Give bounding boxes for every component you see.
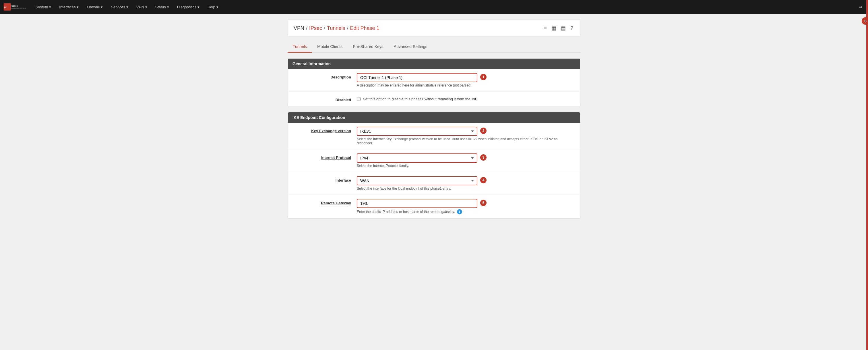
page-wrapper: pf Sense COMMUNITY EDITION System ▾ Inte… [0,0,868,350]
breadcrumb-tunnels[interactable]: Tunnels [327,25,345,31]
ike-endpoint-body: Key Exchange version IKEv1 Auto IKEv2 [288,123,580,218]
key-exchange-link[interactable]: Key Exchange version [311,129,351,133]
chevron-down-icon: ▾ [126,5,128,9]
info-icon[interactable]: i [457,209,462,214]
nav-services[interactable]: Services ▾ [107,3,132,11]
badge-2: 2 [480,127,487,134]
badge-5: 5 [480,200,487,206]
chevron-down-icon: ▾ [101,5,103,9]
internet-protocol-content: IPv4 IPv6 3 Select the Internet Protocol… [357,153,575,168]
description-content: 1 A description may be entered here for … [357,73,575,87]
nav-vpn[interactable]: VPN ▾ [133,3,151,11]
badge-4: 4 [480,177,487,183]
chevron-down-icon: ▾ [145,5,147,9]
key-exchange-select[interactable]: IKEv1 Auto IKEv2 [357,127,477,136]
ike-endpoint-section: IKE Endpoint Configuration Key Exchange … [288,112,580,219]
tabs: Tunnels Mobile Clients Pre-Shared Keys A… [288,41,580,53]
nav-help[interactable]: Help ▾ [204,3,222,11]
nav-firewall[interactable]: Firewall ▾ [83,3,106,11]
description-row: Description 1 A description may be enter… [288,69,580,92]
svg-text:pf: pf [4,6,7,8]
tab-tunnels[interactable]: Tunnels [288,41,312,53]
svg-text:Sense: Sense [11,5,18,7]
tab-mobile-clients[interactable]: Mobile Clients [312,41,348,53]
chevron-down-icon: ▾ [76,5,79,9]
remote-gateway-link[interactable]: Remote Gateway [321,201,351,205]
interface-select[interactable]: WAN LAN [357,176,477,185]
key-exchange-label: Key Exchange version [293,127,351,133]
badge-1: 1 [480,74,487,80]
description-input[interactable] [357,73,477,82]
key-exchange-content: IKEv1 Auto IKEv2 2 Select the Internet K… [357,127,575,145]
pfsense-logo-icon: pf Sense COMMUNITY EDITION [3,2,26,12]
disabled-row: Disabled Set this option to disable this… [288,92,580,106]
interface-help: Select the interface for the local endpo… [357,186,575,191]
internet-protocol-help: Select the Internet Protocol family. [357,164,575,168]
breadcrumb-edit-phase1[interactable]: Edit Phase 1 [350,25,379,31]
tab-pre-shared-keys[interactable]: Pre-Shared Keys [348,41,389,53]
main-content: VPN / IPsec / Tunnels / Edit Phase 1 ≡ ▦… [282,14,586,230]
nav-status[interactable]: Status ▾ [152,3,173,11]
chevron-down-icon: ▾ [167,5,169,9]
remote-gateway-row: Remote Gateway 5 Enter the public IP add… [288,195,580,218]
nav-system[interactable]: System ▾ [32,3,55,11]
key-exchange-row: Key Exchange version IKEv1 Auto IKEv2 [288,123,580,149]
chevron-down-icon: ▾ [49,5,51,9]
breadcrumb-vpn: VPN [293,25,304,31]
breadcrumb-bar: VPN / IPsec / Tunnels / Edit Phase 1 ≡ ▦… [288,20,580,37]
description-label: Description [293,73,351,79]
internet-protocol-row: Internet Protocol IPv4 IPv6 3 [288,149,580,172]
settings-icon[interactable]: ≡ [542,25,548,32]
navbar-brand: pf Sense COMMUNITY EDITION [3,2,26,12]
remote-gateway-help: Enter the public IP address or host name… [357,209,575,214]
nav-logout-icon[interactable]: ⇒ [856,2,865,12]
breadcrumb-ipsec[interactable]: IPsec [309,25,322,31]
disabled-checkbox[interactable] [357,97,361,101]
disabled-label: Disabled [293,96,351,102]
nav-diagnostics[interactable]: Diagnostics ▾ [174,3,203,11]
key-exchange-help: Select the Internet Key Exchange protoco… [357,137,575,145]
interface-label: Interface [293,176,351,182]
internet-protocol-select[interactable]: IPv4 IPv6 [357,153,477,163]
interface-row: Interface WAN LAN 4 Select [288,172,580,195]
tab-advanced-settings[interactable]: Advanced Settings [389,41,433,53]
remote-gateway-input[interactable] [357,199,477,208]
navbar: pf Sense COMMUNITY EDITION System ▾ Inte… [0,0,868,14]
disabled-checkbox-row: Set this option to disable this phase1 w… [357,96,575,101]
chevron-down-icon: ▾ [197,5,199,9]
red-sidebar [866,0,868,350]
remote-gateway-content: 5 Enter the public IP address or host na… [357,199,575,214]
chart-icon[interactable]: ▦ [550,24,557,32]
breadcrumb: VPN / IPsec / Tunnels / Edit Phase 1 [293,25,379,31]
chevron-down-icon: ▾ [216,5,218,9]
breadcrumb-icons: ≡ ▦ ▤ ? [542,24,575,32]
general-information-body: Description 1 A description may be enter… [288,69,580,106]
disabled-checkbox-label: Set this option to disable this phase1 w… [363,97,477,101]
help-circle-icon[interactable]: ? [569,25,575,32]
remote-gateway-label: Remote Gateway [293,199,351,205]
list-icon[interactable]: ▤ [560,24,567,32]
badge-6: 6 [862,17,868,25]
interface-link[interactable]: Interface [336,178,351,182]
interface-content: WAN LAN 4 Select the interface for the l… [357,176,575,191]
nav-interfaces[interactable]: Interfaces ▾ [56,3,82,11]
badge-3: 3 [480,154,487,161]
general-information-section: General Information Description 1 A desc… [288,58,580,106]
general-information-header: General Information [288,59,580,69]
internet-protocol-label: Internet Protocol [293,153,351,160]
svg-text:COMMUNITY EDITION: COMMUNITY EDITION [11,8,26,9]
disabled-content: Set this option to disable this phase1 w… [357,96,575,101]
internet-protocol-link[interactable]: Internet Protocol [321,155,351,160]
ike-endpoint-header: IKE Endpoint Configuration [288,112,580,123]
description-help: A description may be entered here for ad… [357,83,575,87]
